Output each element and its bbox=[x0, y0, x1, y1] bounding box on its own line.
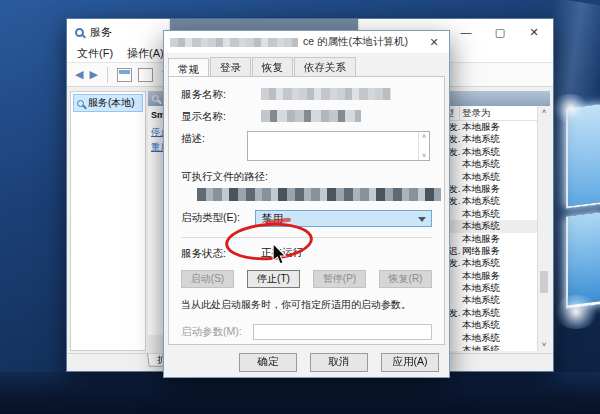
cell-logon-as: 本地系统 bbox=[460, 257, 538, 269]
scroll-up-icon[interactable]: ˄ bbox=[538, 106, 550, 118]
show-console-tree-icon[interactable] bbox=[117, 68, 132, 82]
cell-logon-as: 本地系统 bbox=[460, 195, 538, 207]
dialog-title: ce 的属性(本地计算机) bbox=[303, 35, 408, 49]
close-button[interactable]: ✕ bbox=[517, 19, 551, 45]
forward-icon[interactable]: ▶ bbox=[89, 68, 97, 81]
cell-logon-as: 网络服务 bbox=[460, 245, 538, 257]
properties-icon[interactable] bbox=[138, 68, 153, 82]
console-tree-panel: 服务(本地) bbox=[70, 91, 146, 351]
cell-logon-as: 本地系统 bbox=[460, 133, 538, 145]
cell-logon-as: 本地系统 bbox=[460, 158, 538, 170]
startup-type-label: 启动类型(E): bbox=[181, 210, 247, 225]
back-icon[interactable]: ◀ bbox=[75, 68, 83, 81]
censored-service-name-value bbox=[261, 88, 391, 100]
textarea-scrollbar[interactable]: ˄˅ bbox=[418, 132, 429, 160]
wallpaper-bottom bbox=[0, 372, 600, 414]
cell-logon-as: 本地系统 bbox=[460, 344, 538, 351]
menu-action[interactable]: 操作(A) bbox=[127, 46, 164, 61]
service-control-buttons: 启动(S) 停止(T) 暂停(P) 恢复(R) bbox=[181, 270, 432, 288]
services-window-title: 服务 bbox=[90, 25, 112, 40]
logo-glow bbox=[550, 94, 590, 122]
cancel-button[interactable]: 取消 bbox=[310, 353, 368, 372]
pause-button[interactable]: 暂停(P) bbox=[313, 270, 366, 288]
cell-logon-as: 本地系统 bbox=[460, 208, 538, 220]
desktop: 服务 — ▢ ✕ 文件(F) 操作(A) 查看(V) ◀ ▶ ↻ bbox=[0, 0, 600, 414]
cell-logon-as: 本地系统 bbox=[460, 282, 538, 294]
resume-button[interactable]: 恢复(R) bbox=[379, 270, 432, 288]
service-status-label: 服务状态: bbox=[181, 246, 247, 261]
cell-logon-as: 本地系统 bbox=[460, 171, 538, 183]
service-properties-dialog: ce 的属性(本地计算机) ✕ 常规 登录 恢复 依存关系 服务名称: 显示名称… bbox=[163, 30, 450, 378]
dialog-titlebar[interactable]: ce 的属性(本地计算机) ✕ bbox=[164, 31, 449, 53]
sidebar-item-label: 服务(本地) bbox=[88, 96, 135, 110]
services-app-icon bbox=[75, 28, 84, 37]
start-button[interactable]: 启动(S) bbox=[181, 270, 234, 288]
censored-display-name-value bbox=[261, 110, 361, 122]
scroll-up-icon[interactable]: ˄ bbox=[422, 133, 426, 140]
startup-params-label: 启动参数(M): bbox=[181, 324, 253, 339]
dialog-close-icon[interactable]: ✕ bbox=[423, 34, 445, 50]
windows-logo-bottom-pane-icon bbox=[566, 212, 600, 309]
toolbar-separator bbox=[107, 67, 108, 83]
cell-logon-as: 本地服务 bbox=[460, 121, 538, 133]
menu-file[interactable]: 文件(F) bbox=[77, 46, 113, 61]
column-header-logon-as[interactable]: 登录为 bbox=[460, 106, 538, 120]
cell-logon-as: 本地系统 bbox=[460, 332, 538, 344]
cell-logon-as: 本地系统 bbox=[460, 319, 538, 331]
pane-header-icon bbox=[152, 95, 159, 102]
scroll-down-icon[interactable]: ˅ bbox=[422, 152, 426, 159]
maximize-button[interactable]: ▢ bbox=[483, 19, 517, 45]
description-textarea[interactable]: ˄˅ bbox=[247, 131, 430, 161]
cell-logon-as: 本地服务 bbox=[460, 233, 538, 245]
ok-button[interactable]: 确定 bbox=[239, 353, 297, 372]
cell-logon-as: 本地系统 bbox=[460, 307, 538, 319]
mouse-cursor-icon bbox=[272, 243, 287, 265]
sidebar-item-services-local[interactable]: 服务(本地) bbox=[73, 94, 143, 112]
scrollbar-thumb[interactable] bbox=[540, 271, 548, 293]
chevron-down-icon[interactable] bbox=[418, 217, 426, 222]
cell-logon-as: 本地服务 bbox=[460, 270, 538, 282]
description-label: 描述: bbox=[181, 131, 247, 146]
startup-params-input[interactable] bbox=[253, 324, 432, 340]
service-name-label: 服务名称: bbox=[181, 87, 247, 102]
dialog-footer: 确定 取消 应用(A) bbox=[164, 347, 449, 377]
divider bbox=[181, 237, 432, 238]
startup-params-note: 当从此处启动服务时，你可指定所适用的启动参数。 bbox=[181, 298, 432, 312]
stop-button[interactable]: 停止(T) bbox=[247, 270, 300, 288]
cell-logon-as: 本地服务 bbox=[460, 183, 538, 195]
scroll-down-icon[interactable]: ˅ bbox=[538, 339, 550, 351]
censored-service-name bbox=[170, 38, 298, 47]
apply-button[interactable]: 应用(A) bbox=[381, 353, 439, 372]
censored-executable-path bbox=[197, 188, 441, 201]
cell-logon-as: 本地系统 bbox=[460, 146, 538, 158]
list-scrollbar[interactable]: ˄ ˅ bbox=[537, 106, 550, 351]
cell-logon-as: 本地系统 bbox=[460, 220, 538, 232]
services-node-icon bbox=[77, 100, 84, 107]
executable-path-label: 可执行文件的路径: bbox=[181, 170, 432, 184]
cell-logon-as: 本地系统 bbox=[460, 294, 538, 306]
general-tab-page: 服务名称: 显示名称: 描述: ˄˅ 可执行文件的路径: 启动类型(E): 禁用 bbox=[168, 76, 445, 345]
display-name-label: 显示名称: bbox=[181, 109, 247, 124]
minimize-button[interactable]: — bbox=[449, 19, 483, 45]
logo-glow bbox=[552, 295, 600, 329]
